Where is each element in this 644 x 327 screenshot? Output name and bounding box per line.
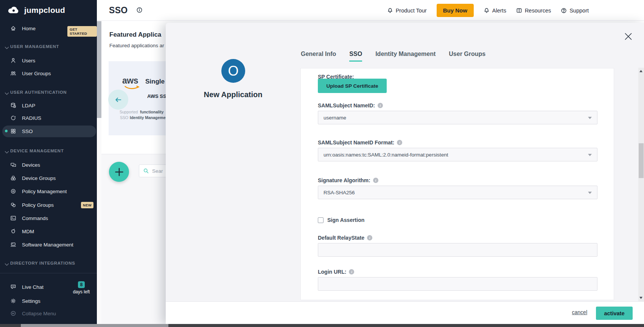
nameid-format-label: SAMLSubject NameID Format:i — [318, 139, 402, 146]
info-icon[interactable]: i — [367, 235, 372, 240]
trial-days-label: days left — [72, 289, 91, 294]
sidebar-item-device-groups[interactable]: Device Groups — [0, 172, 97, 184]
apple-icon — [10, 228, 16, 234]
chat-bubble-icon — [10, 284, 16, 290]
sidebar-item-collapse-menu[interactable]: Collapse Menu — [0, 307, 97, 319]
default-relaystate-label: Default RelayStatei — [318, 235, 372, 241]
info-icon[interactable]: i — [378, 103, 383, 108]
nameid-format-select[interactable]: urn:oasis:names:tc:SAML:2.0:nameid-forma… — [318, 148, 597, 161]
scroll-down-icon[interactable] — [639, 297, 642, 299]
gear-icon — [10, 298, 16, 304]
login-url-input[interactable] — [318, 277, 597, 291]
terminal-icon — [10, 215, 16, 221]
dropdown-caret-icon — [588, 154, 592, 156]
chevron-down-icon[interactable] — [4, 45, 10, 51]
trial-countdown: 8 days left — [72, 281, 91, 294]
buy-now-button[interactable]: Buy Now — [437, 4, 474, 17]
add-application-button[interactable] — [109, 162, 129, 182]
radius-icon — [10, 115, 16, 121]
section-device-management[interactable]: DEVICE MANAGEMENT — [10, 149, 64, 153]
sign-assertion-checkbox[interactable] — [318, 217, 324, 223]
section-user-management[interactable]: USER MANAGEMENT — [10, 44, 59, 49]
sidebar-item-sso[interactable]: SSO — [0, 125, 97, 137]
jumpcloud-logo: jumpcloud — [6, 5, 65, 15]
content-scrollbar-thumb[interactable] — [97, 21, 101, 118]
sidebar-item-mdm[interactable]: MDM — [0, 225, 97, 237]
application-logo: O — [221, 59, 245, 83]
horizontal-scrollbar-track[interactable] — [0, 324, 644, 327]
sidebar-item-policy-management[interactable]: Policy Management — [0, 185, 97, 197]
chevron-down-icon[interactable] — [4, 91, 10, 97]
login-url-label: Login URL:i — [318, 269, 354, 275]
sidebar-item-commands[interactable]: Commands — [0, 212, 97, 224]
modal-scrollbar-thumb[interactable] — [639, 143, 644, 178]
top-header: SSO Product Tour Buy Now Alerts Resource… — [97, 0, 644, 21]
user-group-icon — [10, 70, 16, 76]
tab-sso[interactable]: SSO — [349, 51, 362, 62]
user-icon — [10, 57, 16, 64]
brand-name: jumpcloud — [24, 6, 65, 15]
chevron-down-icon[interactable] — [4, 149, 10, 155]
trial-days-badge: 8 — [78, 281, 85, 288]
dropdown-caret-icon — [588, 192, 592, 194]
aws-card-name: AWS SS — [147, 93, 166, 99]
sso-settings-panel: SP Certificate: Upload SP Certificate SA… — [300, 68, 614, 300]
sign-assertion-row: Sign Assertion — [318, 217, 364, 223]
modal-title: New Application — [166, 90, 300, 99]
default-relaystate-input[interactable] — [318, 243, 597, 257]
sidebar: jumpcloud Home GET STARTED USER MANAGEME… — [0, 0, 97, 324]
info-icon[interactable]: i — [349, 269, 354, 274]
signature-algorithm-label: Signature Algorithm:i — [318, 177, 378, 183]
search-icon — [143, 168, 149, 174]
section-directory-integrations[interactable]: DIRECTORY INTEGRATIONS — [10, 261, 75, 265]
sidebar-item-users[interactable]: Users — [0, 54, 97, 67]
tab-general-info[interactable]: General Info — [301, 51, 336, 62]
info-icon[interactable]: i — [397, 140, 402, 145]
support-button[interactable]: Support — [561, 8, 589, 14]
activate-button[interactable]: activate — [596, 307, 633, 320]
featured-subheading: Featured applications ar — [109, 43, 164, 48]
sidebar-item-radius[interactable]: RADIUS — [0, 112, 97, 124]
modal-tabs: General Info SSO Identity Management Use… — [301, 51, 485, 62]
sign-assertion-label: Sign Assertion — [327, 217, 364, 223]
section-user-authentication[interactable]: USER AUTHENTICATION — [10, 90, 67, 95]
bell-icon — [387, 8, 393, 14]
close-icon[interactable] — [624, 33, 632, 40]
content-scrollbar-track[interactable] — [97, 21, 101, 324]
device-groups-icon — [10, 175, 16, 181]
resources-button[interactable]: Resources — [516, 8, 551, 14]
jumpcloud-admin-console: jumpcloud Home GET STARTED USER MANAGEME… — [0, 0, 644, 327]
book-icon — [516, 8, 522, 14]
alerts-button[interactable]: Alerts — [484, 8, 506, 14]
collapse-arrow-icon — [10, 310, 16, 316]
product-tour-button[interactable]: Product Tour — [387, 8, 427, 14]
sidebar-item-software-management[interactable]: Software Management — [0, 239, 97, 251]
sidebar-item-devices[interactable]: Devices — [0, 159, 97, 171]
nameid-select[interactable]: username — [318, 111, 597, 124]
question-icon — [561, 8, 567, 14]
header-actions: Product Tour Buy Now Alerts Resources Su… — [387, 0, 589, 21]
cancel-button[interactable]: cancel — [572, 309, 587, 315]
sidebar-item-ldap[interactable]: LDAP — [0, 99, 97, 112]
upload-sp-certificate-button[interactable]: Upload SP Certificate — [318, 79, 387, 93]
home-icon — [10, 25, 16, 31]
sidebar-item-settings[interactable]: Settings — [0, 295, 97, 307]
sidebar-item-user-groups[interactable]: User Groups — [0, 67, 97, 79]
tab-identity-management[interactable]: Identity Management — [375, 51, 436, 62]
arrow-left-icon — [114, 96, 123, 104]
info-icon[interactable]: i — [373, 178, 378, 183]
nameid-label: SAMLSubject NameID:i — [318, 102, 383, 108]
devices-icon — [10, 162, 16, 168]
info-icon[interactable] — [136, 7, 143, 13]
tab-user-groups[interactable]: User Groups — [449, 51, 485, 62]
aws-logo: aws — [122, 76, 138, 86]
aws-card-title: Single — [145, 78, 165, 85]
chevron-down-icon[interactable] — [4, 262, 10, 268]
carousel-prev-button[interactable] — [108, 90, 128, 110]
modal-scrollbar-track[interactable] — [638, 68, 644, 301]
horizontal-scrollbar-thumb[interactable] — [21, 324, 168, 327]
bell-icon — [484, 8, 490, 14]
signature-algorithm-select[interactable]: RSA-SHA256 — [318, 186, 597, 199]
scroll-up-icon[interactable] — [639, 70, 642, 72]
sso-grid-icon — [10, 128, 16, 134]
